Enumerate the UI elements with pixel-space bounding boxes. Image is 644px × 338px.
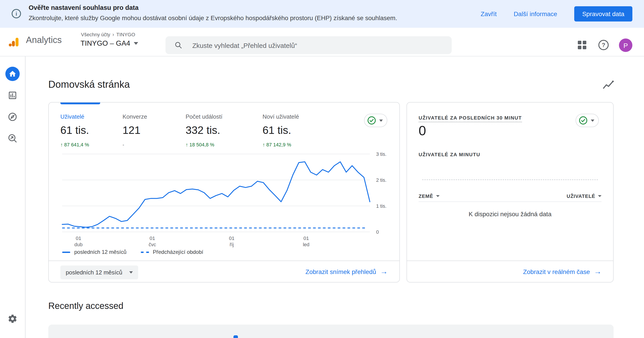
- svg-text:0: 0: [376, 229, 379, 235]
- date-range-selector[interactable]: posledních 12 měsíců: [60, 265, 138, 279]
- metric-tab-event-count[interactable]: Počet událostí 332 tis. ↑ 18 504,8 %: [186, 113, 222, 147]
- svg-text:01: 01: [76, 235, 81, 241]
- search-icon: [174, 41, 182, 49]
- caret-down-icon: [591, 119, 594, 122]
- app-header: Analytics Všechny účty › TINYGO TINYGO –…: [0, 28, 644, 56]
- column-label: UŽIVATELÉ: [567, 193, 595, 199]
- avatar[interactable]: P: [619, 39, 632, 52]
- realtime-table-header: ZEMĚ UŽIVATELÉ: [418, 190, 602, 202]
- legend-label-previous: Předcházející období: [153, 249, 204, 255]
- metric-delta: ↑ 87 142,9 %: [262, 142, 299, 147]
- metric-label: Uživatelé: [60, 113, 89, 120]
- property-selector-label: TINYGO – GA4: [80, 39, 130, 48]
- question-glyph: ?: [602, 42, 605, 48]
- svg-text:2 tis.: 2 tis.: [376, 177, 386, 183]
- sidebar-item-advertising[interactable]: [8, 133, 18, 143]
- legend-solid-swatch: [62, 251, 70, 253]
- advertising-icon: [8, 133, 18, 143]
- info-glyph: i: [16, 11, 17, 17]
- view-realtime-link[interactable]: Zobrazit v reálném čase →: [523, 268, 602, 275]
- recently-accessed-title: Recently accessed: [48, 301, 124, 311]
- help-icon[interactable]: ?: [598, 40, 609, 50]
- sort-caret-icon: [598, 195, 602, 197]
- svg-text:01: 01: [229, 235, 234, 241]
- svg-text:dub: dub: [74, 242, 83, 247]
- overview-card: Uživatelé 61 tis. ↑ 87 641,4 % Konverze …: [48, 102, 400, 282]
- svg-text:říj: říj: [230, 242, 234, 247]
- recent-item-icon: [234, 335, 238, 338]
- column-header-country[interactable]: ZEMĚ: [418, 193, 440, 199]
- caret-down-icon: [130, 271, 133, 273]
- column-label: ZEMĚ: [418, 193, 433, 199]
- metric-tab-conversions[interactable]: Konverze 121 -: [122, 113, 147, 147]
- sidebar-nav: [0, 56, 26, 338]
- analytics-logo: [8, 36, 20, 48]
- data-quality-chip[interactable]: [364, 114, 387, 127]
- metric-value: 121: [122, 124, 147, 137]
- search-input[interactable]: [192, 41, 433, 50]
- overview-card-footer: posledních 12 měsíců Zobrazit snímek pře…: [49, 260, 399, 282]
- sidebar-item-explore[interactable]: [8, 112, 18, 122]
- insights-icon[interactable]: [602, 79, 616, 92]
- reports-snapshot-link[interactable]: Zobrazit snímek přehledů →: [306, 268, 388, 275]
- banner-title: Ověřte nastavení souhlasu pro data: [28, 4, 139, 11]
- metric-value: 332 tis.: [186, 124, 222, 137]
- legend-dashed-swatch: [141, 251, 149, 253]
- chevron-right-icon: ›: [112, 32, 114, 37]
- avatar-initial: P: [624, 42, 628, 49]
- caret-down-icon: [134, 42, 138, 45]
- data-quality-chip[interactable]: [576, 114, 599, 127]
- metric-value: 61 tis.: [60, 124, 89, 137]
- metric-delta: -: [122, 142, 147, 147]
- explore-icon: [8, 112, 18, 122]
- analytics-app: i Ověřte nastavení souhlasu pro data Zko…: [0, 0, 644, 338]
- users-per-minute-label: UŽIVATELÉ ZA MINUTU: [418, 152, 480, 157]
- arrow-right-icon: →: [380, 268, 388, 275]
- gear-icon: [8, 314, 18, 324]
- svg-text:1 tis.: 1 tis.: [376, 203, 386, 209]
- column-header-users[interactable]: UŽIVATELÉ: [567, 193, 602, 199]
- consent-banner: i Ověřte nastavení souhlasu pro data Zko…: [0, 0, 644, 28]
- recently-accessed-card[interactable]: [48, 324, 614, 338]
- banner-more-info-link[interactable]: Další informace: [514, 10, 557, 18]
- banner-actions: Zavřít Další informace Spravovat data: [481, 0, 632, 28]
- sidebar-item-admin[interactable]: [8, 314, 18, 324]
- apps-grid-icon[interactable]: [578, 41, 586, 49]
- check-circle-icon: [579, 116, 588, 125]
- chart-legend: posledních 12 měsíců Předcházející obdob…: [62, 249, 203, 255]
- realtime-title: UŽIVATELÉ ZA POSLEDNÍCH 30 MINUT: [418, 115, 522, 122]
- breadcrumb-account[interactable]: Všechny účty: [81, 32, 110, 37]
- reports-snapshot-label: Zobrazit snímek přehledů: [306, 268, 376, 275]
- svg-text:led: led: [303, 242, 309, 247]
- svg-text:01: 01: [304, 235, 309, 241]
- realtime-card-footer: Zobrazit v reálném čase →: [407, 260, 613, 282]
- sidebar-item-reports[interactable]: [8, 90, 18, 100]
- metric-tab-new-users[interactable]: Noví uživatelé 61 tis. ↑ 87 142,9 %: [262, 113, 299, 147]
- metric-label: Počet událostí: [186, 113, 222, 120]
- metric-label: Noví uživatelé: [262, 113, 299, 120]
- caret-down-icon: [379, 119, 383, 122]
- metric-label: Konverze: [122, 113, 147, 120]
- metric-tab-users[interactable]: Uživatelé 61 tis. ↑ 87 641,4 %: [60, 113, 89, 147]
- home-icon: [8, 70, 16, 78]
- metric-value: 61 tis.: [262, 124, 299, 137]
- svg-text:01: 01: [150, 235, 155, 241]
- banner-dismiss-link[interactable]: Zavřít: [481, 10, 497, 18]
- manage-data-button[interactable]: Spravovat data: [574, 6, 632, 22]
- search-bar[interactable]: [166, 36, 452, 54]
- sort-caret-icon: [436, 195, 440, 197]
- breadcrumb-entity[interactable]: TINYGO: [116, 32, 135, 37]
- breadcrumb[interactable]: Všechny účty › TINYGO: [81, 32, 135, 37]
- arrow-right-icon: →: [594, 268, 602, 275]
- metric-delta: ↑ 87 641,4 %: [60, 142, 89, 147]
- reports-icon: [8, 90, 18, 100]
- realtime-card: UŽIVATELÉ ZA POSLEDNÍCH 30 MINUT 0 UŽIVA…: [406, 102, 614, 282]
- sidebar-item-home[interactable]: [5, 67, 20, 81]
- page-title: Domovská stránka: [48, 79, 130, 90]
- per-minute-chart-baseline: [422, 180, 598, 180]
- svg-text:čvc: čvc: [149, 242, 156, 247]
- metric-delta: ↑ 18 504,8 %: [186, 142, 222, 147]
- date-range-label: posledních 12 měsíců: [66, 269, 122, 276]
- property-selector[interactable]: TINYGO – GA4: [80, 39, 138, 48]
- product-name: Analytics: [26, 35, 62, 45]
